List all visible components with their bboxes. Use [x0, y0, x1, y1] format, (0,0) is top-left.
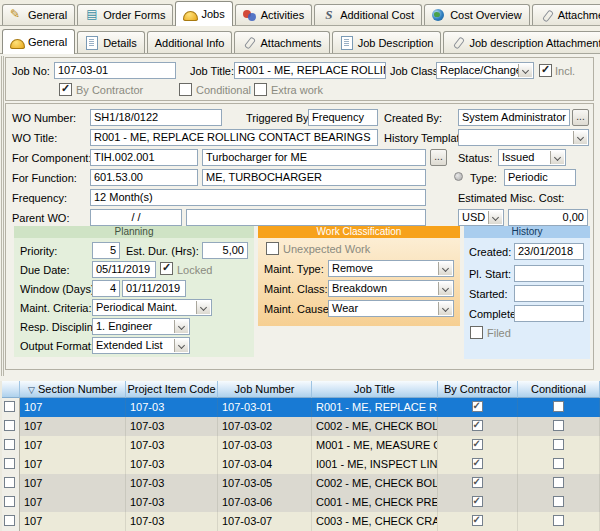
- output-format-select[interactable]: Extended List: [92, 337, 190, 354]
- tab-general[interactable]: General: [2, 29, 75, 54]
- completed-field[interactable]: [514, 305, 584, 322]
- table-row[interactable]: 107107-03107-03-02C002 - ME, CHECK BOLTS…: [2, 417, 600, 436]
- conditional-checkbox[interactable]: [553, 401, 564, 412]
- resp-discipline-select[interactable]: 1. Engineer: [92, 318, 190, 335]
- row-select-checkbox[interactable]: [4, 515, 15, 526]
- conditional-checkbox[interactable]: [553, 496, 564, 507]
- row-selector-cell[interactable]: [2, 417, 20, 436]
- tab-attachments[interactable]: Attachments: [234, 31, 329, 53]
- wo-title-field[interactable]: R001 - ME, REPLACE ROLLING CONTACT BEARI…: [90, 129, 378, 146]
- function-name-field[interactable]: ME, TURBOCHARGER: [202, 169, 426, 186]
- job-title-field[interactable]: R001 - ME, REPLACE ROLLING CO: [234, 62, 386, 79]
- row-selector-cell[interactable]: [2, 398, 20, 417]
- chevron-down-icon[interactable]: [196, 301, 210, 314]
- grid-header-conditional[interactable]: Conditional: [518, 381, 600, 398]
- job-class-select[interactable]: Replace/Change: [436, 62, 534, 79]
- tab-general[interactable]: General: [2, 4, 75, 25]
- history-template-select[interactable]: [458, 129, 589, 146]
- chevron-down-icon[interactable]: [174, 320, 188, 333]
- parent-wo-field[interactable]: / /: [90, 209, 182, 226]
- tab-activities[interactable]: Activities: [235, 4, 312, 25]
- by_contractor-checkbox[interactable]: [472, 515, 483, 526]
- conditional-checkbox[interactable]: [179, 83, 192, 96]
- grid-header-section-number[interactable]: ▽Section Number: [20, 381, 126, 398]
- incl-checkbox[interactable]: [539, 64, 552, 77]
- tab-details[interactable]: Details: [77, 31, 145, 53]
- table-row[interactable]: 107107-03107-03-04I001 - ME, INSPECT LIN…: [2, 455, 600, 474]
- by-contractor-checkbox[interactable]: [59, 83, 72, 96]
- chevron-down-icon[interactable]: [438, 302, 452, 315]
- table-row[interactable]: 107107-03107-03-07C003 - ME, CHECK CRANK…: [2, 512, 600, 531]
- table-row[interactable]: 107107-03107-03-03M001 - ME, MEASURE CRA…: [2, 436, 600, 455]
- row-select-checkbox[interactable]: [4, 401, 15, 412]
- priority-field[interactable]: 5: [92, 242, 120, 259]
- filed-checkbox[interactable]: [470, 326, 483, 339]
- extra-work-checkbox[interactable]: [254, 83, 267, 96]
- row-selector-cell[interactable]: [2, 436, 20, 455]
- grid-header-job-title[interactable]: Job Title: [312, 381, 438, 398]
- row-select-checkbox[interactable]: [4, 420, 15, 431]
- tab-additional-info[interactable]: Additional Info: [147, 31, 233, 53]
- created-field[interactable]: 23/01/2018: [514, 243, 584, 260]
- tab-jobs[interactable]: Jobs: [175, 1, 232, 26]
- row-selector-cell[interactable]: [2, 512, 20, 531]
- frequency-field[interactable]: 12 Month(s): [90, 189, 426, 206]
- currency-select[interactable]: USD: [458, 209, 504, 226]
- maint-class-select[interactable]: Breakdown: [328, 280, 454, 297]
- triggered-by-field[interactable]: Frequency: [308, 109, 378, 126]
- component-browse-button[interactable]: ...: [430, 149, 447, 166]
- created-by-field[interactable]: System Administrator: [458, 109, 570, 126]
- row-select-checkbox[interactable]: [4, 477, 15, 488]
- tab-cost-overview[interactable]: Cost Overview: [424, 4, 530, 25]
- status-select[interactable]: Issued: [498, 149, 566, 166]
- conditional-checkbox[interactable]: [553, 420, 564, 431]
- grid-header-by-contractor[interactable]: By Contractor: [438, 381, 518, 398]
- est-dur-field[interactable]: 5,00: [202, 242, 248, 259]
- due-date-field[interactable]: 05/11/2019: [92, 261, 156, 278]
- chevron-down-icon[interactable]: [174, 339, 188, 352]
- misc-cost-field[interactable]: 0,00: [508, 209, 588, 226]
- component-name-field[interactable]: Turbocharger for ME: [202, 149, 426, 166]
- maint-type-select[interactable]: Remove: [328, 260, 454, 277]
- grid-header-selector[interactable]: [2, 381, 20, 398]
- chevron-down-icon[interactable]: [488, 211, 502, 224]
- parent-wo-name-field[interactable]: [186, 209, 426, 226]
- conditional-checkbox[interactable]: [553, 439, 564, 450]
- row-selector-cell[interactable]: [2, 493, 20, 512]
- pl-start-field[interactable]: [514, 265, 584, 282]
- by_contractor-checkbox[interactable]: [472, 439, 483, 450]
- locked-checkbox[interactable]: [160, 262, 173, 275]
- chevron-down-icon[interactable]: [518, 64, 532, 77]
- conditional-checkbox[interactable]: [553, 515, 564, 526]
- by_contractor-checkbox[interactable]: [472, 496, 483, 507]
- grid-header-project-item-code[interactable]: Project Item Code: [126, 381, 218, 398]
- created-by-browse-button[interactable]: ...: [572, 109, 589, 126]
- by_contractor-checkbox[interactable]: [472, 401, 483, 412]
- filter-funnel-icon[interactable]: ▽: [28, 385, 35, 395]
- by_contractor-checkbox[interactable]: [472, 420, 483, 431]
- splitter-handle[interactable]: [1, 56, 4, 376]
- table-row[interactable]: 107107-03107-03-06C001 - ME, CHECK PRETE…: [2, 493, 600, 512]
- chevron-down-icon[interactable]: [438, 262, 452, 275]
- started-field[interactable]: [514, 285, 584, 302]
- chevron-down-icon[interactable]: [438, 282, 452, 295]
- by_contractor-checkbox[interactable]: [472, 477, 483, 488]
- conditional-checkbox[interactable]: [553, 477, 564, 488]
- type-field[interactable]: Periodic: [504, 169, 576, 186]
- component-code-field[interactable]: TIH.002.001: [90, 149, 198, 166]
- chevron-down-icon[interactable]: [573, 131, 587, 144]
- maint-cause-select[interactable]: Wear: [328, 300, 454, 317]
- table-row[interactable]: 107107-03107-03-01R001 - ME, REPLACE ROL…: [2, 398, 600, 417]
- row-selector-cell[interactable]: [2, 474, 20, 493]
- table-row[interactable]: 107107-03107-03-05C002 - ME, CHECK BOLTS…: [2, 474, 600, 493]
- job-no-field[interactable]: 107-03-01: [54, 62, 176, 79]
- conditional-checkbox[interactable]: [553, 458, 564, 469]
- row-select-checkbox[interactable]: [4, 439, 15, 450]
- maint-criteria-select[interactable]: Periodical Maint.: [92, 299, 212, 316]
- by_contractor-checkbox[interactable]: [472, 458, 483, 469]
- tab-job-description-attachments[interactable]: Job description Attachments: [443, 31, 600, 53]
- tab-additional-cost[interactable]: Additional Cost: [314, 4, 422, 25]
- tab-job-description[interactable]: Job Description: [332, 31, 442, 53]
- function-code-field[interactable]: 601.53.00: [90, 169, 198, 186]
- wo-number-field[interactable]: SH1/18/0122: [90, 109, 222, 126]
